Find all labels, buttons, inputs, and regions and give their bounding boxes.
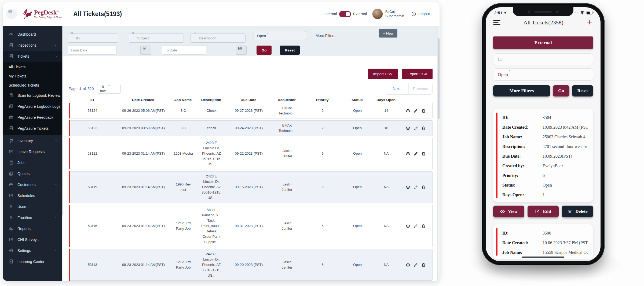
from-date-calendar-button[interactable]	[140, 46, 151, 55]
add-ticket-button[interactable]	[586, 19, 593, 26]
delete-button[interactable]: Delete	[562, 206, 593, 217]
logout-button[interactable]: Logout	[409, 11, 431, 17]
description-filter-input[interactable]	[191, 34, 246, 43]
sidebar-item-quotes[interactable]: Quotes	[3, 168, 62, 179]
sidebar-item-inventory[interactable]: Inventory	[3, 135, 62, 146]
user-menu[interactable]: BitCot Superadmin	[372, 9, 404, 19]
row-delete-button[interactable]	[421, 126, 426, 131]
edit-icon	[413, 108, 418, 113]
rows-per-page-select[interactable]: 10 rows	[97, 84, 121, 94]
sidebar-item-label: Learning Center	[17, 259, 44, 264]
menu-icon	[8, 9, 15, 19]
sidebar-item-customers[interactable]: Customers	[3, 179, 62, 190]
row-delete-button[interactable]	[421, 151, 426, 156]
external-toggle-button[interactable]: External	[493, 36, 593, 49]
status-filter-value: Open	[257, 34, 266, 38]
sidebar-item-jobs[interactable]: Jobs	[3, 157, 62, 168]
reset-button[interactable]: Reset	[572, 85, 593, 96]
go-button[interactable]: Go	[257, 46, 272, 55]
sidebar-item-reports[interactable]: Reports	[3, 223, 62, 234]
row-view-button[interactable]	[405, 151, 411, 156]
sidebar-item-my-tickets[interactable]: My Tickets	[3, 72, 62, 81]
sidebar-item-learning-center[interactable]: Learning Center	[3, 256, 62, 267]
row-view-button[interactable]	[405, 126, 411, 131]
sidebar-item-label: Leave Requests	[17, 150, 45, 154]
sidebar-scrollbar[interactable]	[62, 26, 63, 281]
tickets-submenu: All Tickets My Tickets Scheduled Tickets…	[3, 62, 62, 135]
id-filter-input[interactable]	[493, 53, 593, 65]
row-view-button[interactable]	[405, 108, 411, 113]
reset-button[interactable]: Reset	[280, 46, 300, 55]
cell-status: Open	[341, 151, 374, 156]
row-view-button[interactable]	[405, 185, 411, 190]
row-edit-button[interactable]	[413, 224, 418, 229]
row-delete-button[interactable]	[421, 108, 426, 113]
export-csv-button[interactable]: Export CSV	[402, 69, 433, 79]
sidebar-item-users[interactable]: Users	[3, 201, 62, 212]
import-csv-button[interactable]: Import CSV	[368, 69, 398, 79]
row-delete-button[interactable]	[421, 262, 426, 268]
home-indicator[interactable]	[522, 257, 564, 258]
row-view-button[interactable]	[405, 262, 411, 268]
column-header-job-name: Job Name	[171, 98, 195, 102]
inventory-icon	[9, 138, 14, 143]
phone-screen: 2:51 All Tickets(2358) External Op	[486, 7, 601, 261]
row-edit-button[interactable]	[413, 262, 418, 268]
sidebar-item-tickets[interactable]: Tickets	[3, 51, 62, 62]
more-filters-link[interactable]: More Filters	[316, 34, 335, 38]
sidebar-item-dashboard[interactable]: Dashboard	[3, 29, 62, 40]
menu-button[interactable]	[493, 20, 500, 25]
sidebar-item-scan-for-logbook-review[interactable]: Scan for Logbook Review	[3, 90, 62, 101]
chevron-down-icon	[266, 31, 302, 40]
cell-priority: 2	[304, 125, 341, 131]
row-delete-button[interactable]	[421, 185, 426, 190]
to-date-input[interactable]	[162, 46, 206, 55]
row-edit-button[interactable]	[413, 108, 418, 113]
more-filters-button[interactable]: More Filters	[493, 85, 550, 96]
edit-icon	[413, 224, 418, 229]
subject-filter-input[interactable]	[129, 34, 184, 43]
sidebar-item-pegassure-feedback[interactable]: PegAssure Feedback	[3, 112, 62, 123]
status-filter-select[interactable]: Open	[254, 31, 306, 40]
sidebar-item-inspections[interactable]: Inspections	[3, 40, 62, 51]
from-date-input[interactable]	[68, 46, 117, 55]
sidebar-item-pegassure-logbook-logs[interactable]: PegAssure Logbook Logs	[3, 101, 62, 112]
content-scrollbar[interactable]	[437, 26, 440, 281]
id-filter-input[interactable]	[68, 34, 118, 43]
previous-page-button[interactable]: Previous	[409, 83, 432, 94]
new-ticket-button[interactable]: + New	[379, 29, 397, 38]
sidebar-item-settings[interactable]: Settings	[3, 245, 62, 256]
edit-button[interactable]: Edit	[528, 206, 559, 217]
cell-date-created: 09-26-2023 05:06 AM(PST)	[116, 108, 171, 113]
desktop-app-window: PegDesk™ The Cutting Edge of Clean All T…	[3, 2, 440, 281]
row-edit-button[interactable]	[413, 126, 418, 131]
menu-button[interactable]	[6, 9, 17, 19]
next-page-button[interactable]: Next	[385, 83, 409, 94]
sidebar-item-frontline[interactable]: Frontline	[3, 212, 62, 223]
cell-due-date: 09-24-2023 (PST)	[227, 125, 270, 131]
sidebar-item-label: Tickets	[17, 54, 29, 58]
to-date-calendar-button[interactable]	[236, 46, 247, 55]
sidebar-item-pegassure-tickets[interactable]: PegAssure Tickets	[3, 123, 62, 134]
internal-external-toggle[interactable]	[339, 11, 351, 17]
sidebar-item-scheduled-tickets[interactable]: Scheduled Tickets	[3, 81, 62, 90]
cell-due-date: 09-20-2023 (PST)	[227, 262, 270, 268]
sidebar-item-all-tickets[interactable]: All Tickets	[3, 62, 62, 72]
status-filter-select[interactable]: Open	[493, 68, 593, 81]
view-icon	[405, 108, 411, 113]
sidebar-item-leave-requests[interactable]: Leave Requests	[3, 146, 62, 157]
ticket-fields: ID: 3504 Date Created: 10.09.2023 9:42 A…	[502, 115, 588, 198]
sidebar-item-schedules[interactable]: Schedules	[3, 190, 62, 201]
row-edit-button[interactable]	[413, 151, 418, 156]
cell-id: 53124	[69, 108, 116, 113]
go-button[interactable]: Go	[553, 85, 569, 96]
row-edit-button[interactable]	[413, 185, 418, 190]
ticket-card: ID: 3504 Date Created: 10.09.2023 9:42 A…	[493, 109, 593, 202]
sidebar-scrollbar-thumb[interactable]	[62, 26, 63, 215]
sidebar-item-chi-surveys[interactable]: CHI Surveys	[3, 234, 62, 245]
view-button[interactable]: View	[493, 206, 524, 217]
row-view-button[interactable]	[405, 224, 411, 229]
user-role: Superadmin	[385, 14, 404, 18]
row-delete-button[interactable]	[421, 224, 426, 229]
content-scrollbar-thumb[interactable]	[438, 38, 440, 119]
